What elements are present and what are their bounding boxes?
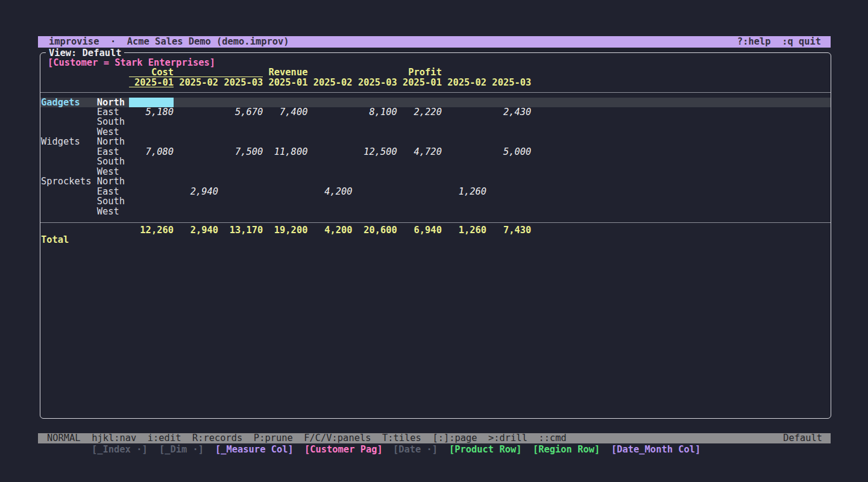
value-cell[interactable]: 7,400: [263, 107, 307, 117]
titlebar-left: improvise · Acme Sales Demo (demo.improv…: [38, 36, 289, 48]
month-header[interactable]: 2025-01: [263, 78, 307, 87]
value-cell[interactable]: 7,080: [129, 147, 174, 157]
table-row: South: [40, 196, 831, 206]
month-header[interactable]: 2025-02: [442, 78, 486, 87]
month-header[interactable]: 2025-01: [129, 78, 174, 87]
region-label: West: [97, 207, 133, 216]
measure-group-label: Cost: [129, 67, 174, 78]
total-value-cell: 7,430: [486, 225, 531, 236]
statusbar-left: NORMAL hjkl:nav i:edit R:records P:prune…: [38, 433, 567, 443]
app-canvas: improvise · Acme Sales Demo (demo.improv…: [0, 0, 868, 482]
table-row: GadgetsNorth: [40, 98, 831, 107]
total-value-cell: 4,200: [307, 225, 352, 236]
view-panel: View: Default [Customer = Stark Enterpri…: [40, 52, 831, 419]
titlebar-separator: ·: [99, 36, 127, 47]
document-title: Acme Sales Demo (demo.improv): [127, 36, 289, 47]
value-cell[interactable]: 8,100: [353, 107, 397, 117]
measure-group-header[interactable]: Revenue: [263, 67, 397, 77]
tiles-bar: Tiles: [_Index ·][_Dim ·][_Measure Col][…: [38, 422, 831, 433]
table-row: West: [40, 167, 831, 177]
measure-group-header[interactable]: Profit: [397, 67, 531, 77]
region-label: South: [97, 117, 133, 127]
table-row: South: [40, 157, 831, 166]
tile-chip[interactable]: [Date_Month Col]: [611, 444, 700, 455]
total-separator: [40, 222, 831, 223]
product-label: Widgets: [41, 137, 97, 146]
value-cell[interactable]: 2,940: [174, 187, 218, 196]
app-name: improvise: [49, 36, 99, 47]
tile-chip[interactable]: [_Measure Col]: [215, 444, 294, 455]
tile-chip[interactable]: [_Dim ·]: [159, 444, 204, 455]
value-cell[interactable]: 5,670: [218, 107, 263, 117]
region-label: West: [97, 167, 133, 177]
value-cell[interactable]: 2,430: [486, 107, 531, 117]
customer-filter-badge[interactable]: [Customer = Stark Enterprises]: [48, 57, 215, 68]
measure-group-label: Revenue: [263, 67, 307, 78]
month-header[interactable]: 2025-01: [397, 78, 442, 87]
table-row: West: [40, 127, 831, 137]
region-label: South: [97, 157, 133, 166]
month-header-row: 2025-012025-022025-032025-012025-022025-…: [40, 78, 831, 88]
total-label: Total: [41, 235, 69, 245]
region-label: North: [97, 177, 133, 186]
month-header[interactable]: 2025-03: [486, 78, 531, 87]
value-cell[interactable]: 5,180: [129, 107, 174, 117]
measure-group-header[interactable]: Cost: [129, 67, 263, 77]
tile-chip[interactable]: [Region Row]: [533, 444, 600, 455]
total-value-cell: 19,200: [263, 225, 307, 236]
total-value-cell: 13,170: [218, 225, 263, 236]
region-label: East: [97, 187, 133, 196]
tile-chip[interactable]: [Product Row]: [449, 444, 521, 455]
value-cell[interactable]: 11,800: [263, 147, 307, 157]
mode-indicator: NORMAL: [47, 433, 81, 443]
region-label: South: [97, 196, 133, 206]
statusbar-hint-gap: [81, 433, 92, 443]
product-label: Gadgets: [41, 98, 97, 107]
header-separator: [40, 92, 831, 93]
month-header[interactable]: 2025-03: [218, 78, 263, 87]
statusbar-view-name: Default: [783, 433, 831, 443]
table-row: South: [40, 117, 831, 127]
value-cell[interactable]: 4,200: [307, 187, 352, 196]
table-row: East2,9404,2001,260: [40, 187, 831, 196]
total-value-cell: 20,600: [353, 225, 397, 236]
help-hint[interactable]: ?:help: [737, 36, 771, 47]
region-label: West: [97, 127, 133, 137]
table-row: East7,0807,50011,80012,5004,7205,000: [40, 147, 831, 157]
measure-group-label: Profit: [397, 67, 442, 78]
value-cell[interactable]: 5,000: [486, 147, 531, 157]
titlebar-hint-gap: [771, 36, 782, 47]
value-cell[interactable]: 1,260: [442, 187, 486, 196]
value-cell[interactable]: 12,500: [353, 147, 397, 157]
selected-cell-cursor[interactable]: [129, 98, 174, 107]
month-header[interactable]: 2025-02: [174, 78, 218, 87]
total-value-cell: 12,260: [129, 225, 174, 236]
table-row: SprocketsNorth: [40, 177, 831, 186]
quit-hint[interactable]: :q quit: [782, 36, 821, 47]
titlebar-right: ?:help :q quit: [737, 36, 831, 48]
region-label: East: [97, 147, 133, 157]
tile-chip[interactable]: [_Index ·]: [92, 444, 148, 455]
tile-chip[interactable]: [Date ·]: [393, 444, 438, 455]
value-cell[interactable]: 4,720: [397, 147, 442, 157]
month-header[interactable]: 2025-03: [353, 78, 397, 87]
tile-chip[interactable]: [Customer Pag]: [304, 444, 383, 455]
value-cell[interactable]: 2,220: [397, 107, 442, 117]
value-cell[interactable]: 7,500: [218, 147, 263, 157]
titlebar: improvise · Acme Sales Demo (demo.improv…: [38, 36, 831, 48]
total-value-cell: 1,260: [442, 225, 486, 236]
measure-group-header-row: CostRevenueProfit: [40, 67, 831, 78]
region-label: East: [97, 107, 133, 117]
month-header[interactable]: 2025-02: [307, 78, 352, 87]
keyboard-hints: hjkl:nav i:edit R:records P:prune F/C/V:…: [92, 433, 567, 443]
total-value-cell: 2,940: [174, 225, 218, 236]
total-value-cell: 6,940: [397, 225, 442, 236]
table-row: East5,1805,6707,4008,1002,2202,430: [40, 107, 831, 117]
status-bar: NORMAL hjkl:nav i:edit R:records P:prune…: [38, 433, 831, 443]
region-label: North: [97, 98, 133, 107]
table-row: West: [40, 207, 831, 216]
product-label: Sprockets: [41, 177, 97, 186]
region-label: North: [97, 137, 133, 146]
total-row: Total 12,2602,94013,17019,2004,20020,600…: [40, 225, 831, 236]
table-row: WidgetsNorth: [40, 137, 831, 146]
